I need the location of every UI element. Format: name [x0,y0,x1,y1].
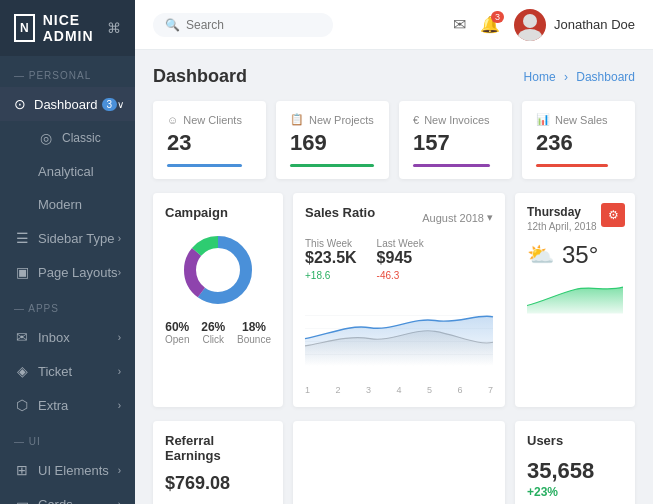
last-week-label: Last Week [377,238,424,249]
this-week-metric: This Week $23.5K +18.6 [305,238,357,282]
section-ui: — UI [0,422,135,453]
sidebar-item-ticket[interactable]: ◈ Ticket › [0,354,135,388]
username: Jonathan Doe [554,17,635,32]
sidebar-item-modern[interactable]: Modern [0,188,135,221]
notification-badge: 3 [491,11,504,23]
stat-card-invoices: € New Invoices 157 [399,101,512,179]
users-card: Users 35,658 +23% 58% New Users 42% Repe… [515,421,635,504]
weather-area-chart [527,273,623,318]
sidebar-item-cards[interactable]: ▭ Cards › [0,487,135,504]
sidebar-item-sidebar-type[interactable]: ☰ Sidebar Type › [0,221,135,255]
notification-icon[interactable]: 🔔 3 [480,15,500,34]
cards-icon: ▭ [14,496,30,504]
stat-info-projects: 📋 New Projects 169 [290,113,374,167]
page-title: Dashboard [153,66,247,87]
bounce-label: Bounce [237,334,271,345]
sidebar-item-label-extra: Extra [38,398,68,413]
breadcrumb-home[interactable]: Home [524,70,556,84]
stat-info-sales: 📊 New Sales 236 [536,113,608,167]
sidebar-item-dashboard[interactable]: ⊙ Dashboard 3 ∨ [0,87,135,121]
sidebar-item-label-classic: Classic [62,131,101,145]
last-week-value: $945 [377,249,424,267]
click-pct: 26% [201,320,225,334]
search-icon: 🔍 [165,18,180,32]
weather-date-detail: 12th April, 2018 [527,221,597,232]
donut-wrap [165,230,271,310]
weather-gear-button[interactable]: ⚙ [601,203,625,227]
donut-stat-open: 60% Open [165,320,189,345]
sidebar-item-label-inbox: Inbox [38,330,70,345]
sidebar-item-classic[interactable]: ◎ Classic [0,121,135,155]
section-apps: — APPS [0,289,135,320]
sidebar: N NICE ADMIN ⌘ — PERSONAL ⊙ Dashboard 3 … [0,0,135,504]
open-pct: 60% [165,320,189,334]
bot-row: Referral Earnings $769.08 Users 35,658 +… [153,421,635,504]
inbox-arrow: › [118,332,121,343]
sales-line-chart [305,290,493,380]
classic-icon: ◎ [38,130,54,146]
topbar-user[interactable]: Jonathan Doe [514,9,635,41]
inbox-icon: ✉ [14,329,30,345]
users-change: +23% [527,485,558,499]
stat-value-sales: 236 [536,130,608,156]
ticket-icon: ◈ [14,363,30,379]
sidebar-type-arrow: › [118,233,121,244]
main-content: 🔍 ✉ 🔔 3 Jonathan Doe Dashboard Home › [135,0,653,504]
projects-emoji: 📋 [290,113,304,126]
stat-bar-projects [290,164,374,167]
donut-stat-click: 26% Click [201,320,225,345]
sales-ratio-card: Sales Ratio August 2018 ▾ This Week $23.… [293,193,505,407]
search-input[interactable] [186,18,316,32]
referral-amount: $769.08 [165,473,271,494]
stat-card-sales: 📊 New Sales 236 [522,101,635,179]
ui-elements-arrow: › [118,465,121,476]
campaign-card: Campaign 60% [153,193,283,407]
sales-header: Sales Ratio August 2018 ▾ [305,205,493,230]
stat-label-sales: 📊 New Sales [536,113,608,126]
svg-point-1 [518,29,542,41]
stat-card-projects: 📋 New Projects 169 [276,101,389,179]
donut-stats: 60% Open 26% Click 18% Bounce [165,320,271,345]
sidebar-item-page-layouts[interactable]: ▣ Page Layouts › [0,255,135,289]
stat-value-invoices: 157 [413,130,490,156]
breadcrumb-current: Dashboard [576,70,635,84]
sidebar-item-label-ticket: Ticket [38,364,72,379]
sidebar-item-analytical[interactable]: Analytical [0,155,135,188]
stat-bar-sales [536,164,608,167]
section-personal: — PERSONAL [0,56,135,87]
donut-chart [178,230,258,310]
extra-icon: ⬡ [14,397,30,413]
extra-arrow: › [118,400,121,411]
page-layouts-icon: ▣ [14,264,30,280]
sidebar-item-inbox[interactable]: ✉ Inbox › [0,320,135,354]
last-week-metric: Last Week $945 -46.3 [377,238,424,282]
content-area: Dashboard Home › Dashboard ☺ New Clients… [135,50,653,504]
users-title: Users [527,433,623,448]
svg-point-0 [523,14,537,28]
topbar: 🔍 ✉ 🔔 3 Jonathan Doe [135,0,653,50]
search-box[interactable]: 🔍 [153,13,333,37]
stat-info-invoices: € New Invoices 157 [413,114,490,167]
logo-key: ⌘ [107,20,121,36]
users-count: 35,658 [527,458,594,483]
page-layouts-arrow: › [118,267,121,278]
mid-row: Campaign 60% [153,193,635,407]
chart-x-labels: 1234567 [305,385,493,395]
stat-value-clients: 23 [167,130,242,156]
stat-bar-clients [167,164,242,167]
stat-label-clients: ☺ New Clients [167,114,242,126]
spacer-card [293,421,505,504]
stat-label-invoices: € New Invoices [413,114,490,126]
sales-period-select[interactable]: August 2018 ▾ [422,211,493,224]
donut-stat-bounce: 18% Bounce [237,320,271,345]
sidebar-item-label-page-layouts: Page Layouts [38,265,118,280]
sidebar-item-label-dashboard: Dashboard [34,97,98,112]
sidebar-item-label-modern: Modern [38,197,82,212]
breadcrumb-sep: › [564,70,568,84]
this-week-label: This Week [305,238,357,249]
sidebar-item-extra[interactable]: ⬡ Extra › [0,388,135,422]
email-icon[interactable]: ✉ [453,15,466,34]
topbar-icons: ✉ 🔔 3 Jonathan Doe [453,9,635,41]
dashboard-badge: 3 [102,98,118,111]
sidebar-item-ui-elements[interactable]: ⊞ UI Elements › [0,453,135,487]
